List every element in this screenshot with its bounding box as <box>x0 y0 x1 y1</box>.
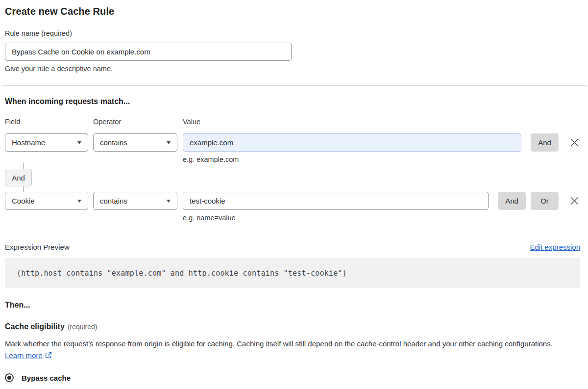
condition-row: Hostname contains e.g. example.com And <box>5 133 580 163</box>
connector-line <box>23 186 24 192</box>
learn-more-link[interactable]: Learn more <box>5 351 43 360</box>
field-select-value: Hostname <box>12 138 45 147</box>
required-note: (required) <box>68 323 98 331</box>
value-column-label: Value <box>183 118 580 126</box>
section-divider <box>1 85 587 86</box>
then-heading: Then... <box>5 301 580 310</box>
value-hint: e.g. name=value <box>183 214 489 222</box>
external-link-icon <box>45 352 52 359</box>
condition-row: Cookie contains e.g. name=value And Or <box>5 192 580 222</box>
and-button[interactable]: And <box>531 133 559 152</box>
chevron-down-icon <box>77 141 81 144</box>
radio-selected-icon[interactable] <box>5 373 14 382</box>
expression-header: Expression Preview Edit expression <box>5 243 580 251</box>
field-select-value: Cookie <box>12 197 35 205</box>
operator-select[interactable]: contains <box>93 133 177 152</box>
value-group: e.g. name=value <box>183 192 489 222</box>
or-button[interactable]: Or <box>531 192 559 210</box>
edit-expression-link[interactable]: Edit expression <box>530 243 580 251</box>
operator-select-value: contains <box>100 197 127 205</box>
field-select[interactable]: Hostname <box>5 133 88 152</box>
value-group: e.g. example.com <box>183 133 521 163</box>
and-button[interactable]: And <box>498 192 526 210</box>
cache-eligibility-heading: Cache eligibility(required) <box>5 322 580 331</box>
expression-code: (http.host contains "example.com" and ht… <box>5 258 580 288</box>
condition-connector: And <box>5 163 580 192</box>
value-input[interactable] <box>183 133 521 152</box>
remove-condition-button[interactable] <box>568 192 580 210</box>
expression-preview-label: Expression Preview <box>5 243 70 251</box>
page-title: Create new Cache Rule <box>5 5 580 17</box>
connector-and-button[interactable]: And <box>5 169 32 186</box>
remove-condition-button[interactable] <box>568 133 580 152</box>
rule-name-input[interactable] <box>5 43 292 61</box>
condition-column-headers: Field Operator Value <box>5 118 580 126</box>
match-heading: When incoming requests match... <box>5 97 580 106</box>
close-icon <box>570 197 579 205</box>
connector-line <box>23 163 24 169</box>
description-text: Mark whether the request’s response from… <box>5 339 553 348</box>
field-select[interactable]: Cookie <box>5 192 88 210</box>
cache-eligibility-title: Cache eligibility <box>5 322 65 331</box>
radio-option-bypass-cache[interactable]: Bypass cache <box>5 373 580 382</box>
operator-select[interactable]: contains <box>93 192 177 210</box>
chevron-down-icon <box>167 141 171 144</box>
value-hint: e.g. example.com <box>183 156 521 163</box>
cache-eligibility-description: Mark whether the request’s response from… <box>5 338 580 362</box>
rule-name-helper: Give your rule a descriptive name. <box>5 65 580 73</box>
create-cache-rule-page: Create new Cache Rule Rule name (require… <box>0 0 588 389</box>
field-column-label: Field <box>5 118 88 126</box>
operator-column-label: Operator <box>93 118 177 126</box>
chevron-down-icon <box>167 200 171 203</box>
chevron-down-icon <box>77 200 81 203</box>
value-input[interactable] <box>183 192 489 210</box>
operator-select-value: contains <box>100 138 127 147</box>
radio-label: Bypass cache <box>22 374 71 382</box>
rule-name-label: Rule name (required) <box>5 29 580 38</box>
close-icon <box>570 138 579 147</box>
